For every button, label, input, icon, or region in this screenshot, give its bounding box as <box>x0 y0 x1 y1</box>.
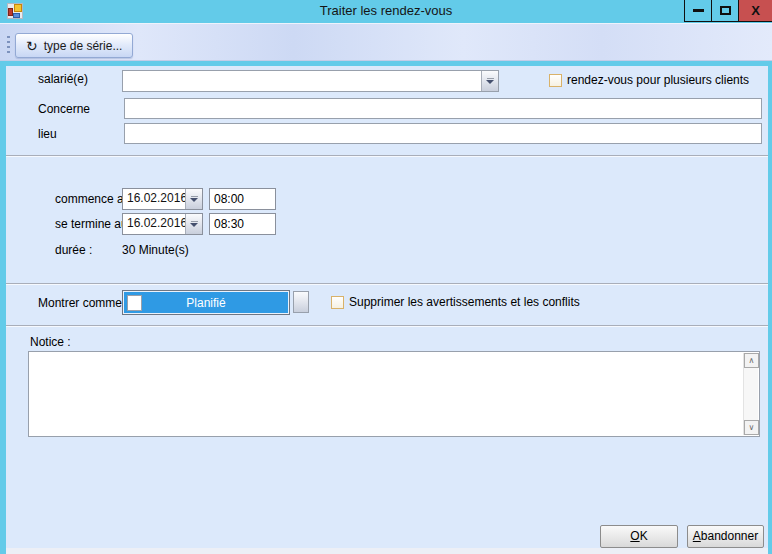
notice-box: ∧ ∨ <box>28 351 760 437</box>
scroll-down-icon: ∨ <box>749 423 755 432</box>
separator <box>6 283 768 284</box>
termine-date-dropdown-button[interactable] <box>185 214 202 234</box>
salarie-combobox[interactable] <box>122 70 499 92</box>
lieu-label: lieu <box>38 127 57 141</box>
toolbar: ↻ type de série... <box>0 23 772 61</box>
notice-textarea[interactable] <box>30 353 744 435</box>
montrer-dropdown-button[interactable] <box>293 291 309 313</box>
bottom-strip <box>6 548 768 554</box>
termine-date-picker[interactable]: 16.02.2016 <box>122 213 203 235</box>
salarie-dropdown-button[interactable] <box>481 71 498 91</box>
salarie-combobox-value <box>123 71 481 91</box>
concerne-label: Concerne <box>38 102 90 116</box>
duree-label: durée : <box>55 243 92 257</box>
titlebar[interactable]: Traiter les rendez-vous X <box>0 0 772 23</box>
series-type-label: type de série... <box>44 39 123 53</box>
supprimer-checkbox[interactable] <box>331 296 344 309</box>
minimize-button[interactable] <box>684 0 711 22</box>
duree-value: 30 Minute(s) <box>122 243 189 257</box>
multi-clients-checkbox[interactable] <box>549 74 562 87</box>
recurrence-icon: ↻ <box>26 39 38 53</box>
supprimer-label[interactable]: Supprimer les avertissements et les conf… <box>349 295 580 309</box>
termine-date-value: 16.02.2016 <box>123 214 185 234</box>
cancel-button[interactable]: Abandonner <box>687 525 764 548</box>
commence-date-dropdown-button[interactable] <box>185 189 202 209</box>
montrer-label: Montrer comme : <box>38 296 129 310</box>
separator <box>6 325 768 326</box>
minimize-icon <box>693 9 704 12</box>
close-button[interactable]: X <box>738 0 772 22</box>
scroll-down-button[interactable]: ∨ <box>744 420 759 435</box>
multi-clients-label[interactable]: rendez-vous pour plusieurs clients <box>567 73 749 87</box>
chevron-down-icon <box>486 80 494 84</box>
notice-label: Notice : <box>30 335 71 349</box>
commence-date-picker[interactable]: 16.02.2016 <box>122 188 203 210</box>
ok-button[interactable]: OK <box>600 525 678 548</box>
toolbar-grip[interactable] <box>7 36 10 56</box>
separator <box>6 155 768 156</box>
montrer-combobox[interactable]: Planifié <box>122 290 290 315</box>
close-icon: X <box>751 4 760 17</box>
scroll-up-icon: ∧ <box>749 356 755 365</box>
salarie-label: salarié(e) <box>38 72 88 86</box>
commence-time-input[interactable] <box>209 188 276 210</box>
dialog-window: Traiter les rendez-vous X ↻ type de séri… <box>0 0 772 554</box>
maximize-button[interactable] <box>711 0 738 22</box>
series-type-button[interactable]: ↻ type de série... <box>15 33 133 58</box>
lieu-input[interactable] <box>124 123 762 144</box>
chevron-down-icon <box>190 223 198 227</box>
scroll-up-button[interactable]: ∧ <box>744 353 759 368</box>
commence-date-value: 16.02.2016 <box>123 189 185 209</box>
status-color-swatch <box>127 295 142 311</box>
maximize-icon <box>720 6 731 15</box>
window-controls: X <box>684 0 772 23</box>
termine-time-input[interactable] <box>209 213 276 235</box>
concerne-input[interactable] <box>124 98 762 119</box>
window-title: Traiter les rendez-vous <box>0 3 772 18</box>
notice-scrollbar[interactable]: ∧ ∨ <box>743 353 758 435</box>
chevron-down-icon <box>190 198 198 202</box>
montrer-combobox-value: Planifié <box>123 296 289 310</box>
